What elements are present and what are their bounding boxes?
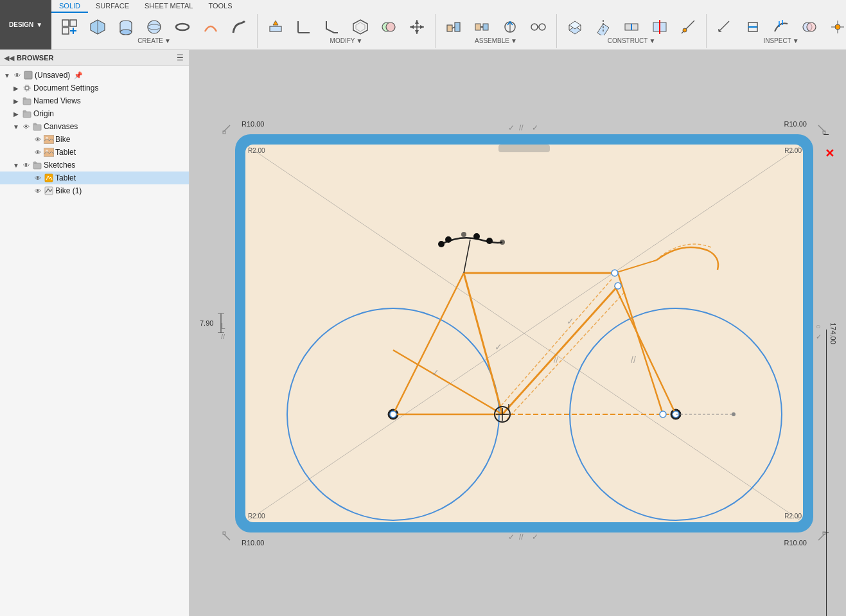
svg-text:✓: ✓ bbox=[432, 367, 439, 378]
tablet-sketch: I ✓ ✓ ✓ // // R10.00 bbox=[235, 134, 813, 532]
svg-line-95 bbox=[393, 273, 464, 414]
tab-tools[interactable]: TOOLS bbox=[200, 0, 240, 13]
svg-line-99 bbox=[506, 292, 624, 421]
svg-rect-81 bbox=[45, 187, 53, 195]
tab-solid[interactable]: SOLID bbox=[51, 0, 88, 13]
canvas-viewport[interactable]: ✕ bbox=[189, 50, 846, 616]
named-views-expand-arrow[interactable]: ▶ bbox=[12, 96, 21, 105]
svg-text:✓: ✓ bbox=[532, 123, 538, 132]
root-visibility-icon[interactable]: 👁 bbox=[13, 71, 22, 80]
svg-rect-69 bbox=[24, 71, 32, 79]
combine-button[interactable] bbox=[376, 17, 401, 37]
press-pull-button[interactable] bbox=[263, 17, 288, 37]
axis-button[interactable] bbox=[647, 17, 673, 37]
svg-rect-0 bbox=[62, 20, 69, 26]
browser-header: ◀◀ BROWSER ☰ bbox=[0, 50, 189, 66]
sphere-button[interactable] bbox=[141, 17, 167, 37]
dim-bottom-right-r10: R10.00 bbox=[784, 539, 807, 547]
cylinder-button[interactable] bbox=[113, 17, 139, 37]
construct-label[interactable]: CONSTRUCT ▼ bbox=[608, 37, 656, 46]
svg-point-49 bbox=[683, 28, 687, 32]
pipe-button[interactable] bbox=[226, 17, 252, 37]
point-button[interactable] bbox=[675, 17, 701, 37]
svg-point-70 bbox=[25, 86, 29, 90]
torus-button[interactable] bbox=[170, 17, 195, 37]
design-button[interactable]: DESIGN ▼ bbox=[0, 0, 51, 49]
interference-button[interactable] bbox=[797, 17, 822, 37]
canvas-tablet-image-icon bbox=[44, 147, 54, 157]
new-component-button[interactable] bbox=[57, 17, 82, 37]
coil-icon bbox=[202, 18, 220, 36]
canvases-expand-arrow[interactable]: ▼ bbox=[12, 122, 21, 131]
shell-button[interactable] bbox=[348, 17, 373, 37]
main-area: ◀◀ BROWSER ☰ ▼ 👁 (Unsaved) 📌 ▶ D bbox=[0, 50, 846, 616]
sketches-visibility-icon[interactable]: 👁 bbox=[22, 161, 31, 170]
midplane-button[interactable] bbox=[619, 17, 644, 37]
tree-item-named-views[interactable]: ▶ Named Views bbox=[0, 94, 189, 107]
measure-button[interactable] bbox=[712, 17, 737, 37]
tab-sheet-metal[interactable]: SHEET METAL bbox=[137, 0, 200, 13]
sketches-folder-icon bbox=[32, 160, 42, 170]
canvas-bike-visibility-icon[interactable]: 👁 bbox=[33, 135, 42, 144]
measure-icon bbox=[716, 18, 734, 36]
axis-icon bbox=[651, 18, 669, 36]
offset-plane-button[interactable] bbox=[562, 17, 588, 37]
joint-button[interactable] bbox=[441, 17, 466, 37]
move-button[interactable] bbox=[404, 17, 430, 37]
toolbar: SOLID SURFACE SHEET METAL TOOLS DESIGN ▼ bbox=[0, 0, 846, 50]
tree-item-doc-settings[interactable]: ▶ Document Settings bbox=[0, 82, 189, 94]
origin-expand-arrow[interactable]: ▶ bbox=[12, 109, 21, 118]
box-icon bbox=[89, 18, 107, 36]
section-modify: MODIFY ▼ bbox=[258, 14, 436, 48]
svg-rect-27 bbox=[447, 25, 452, 31]
svg-point-35 bbox=[531, 24, 538, 30]
root-expand-arrow[interactable]: ▼ bbox=[3, 71, 12, 80]
tree-item-root[interactable]: ▼ 👁 (Unsaved) 📌 bbox=[0, 69, 189, 82]
svg-point-101 bbox=[438, 241, 445, 247]
svg-rect-30 bbox=[475, 24, 480, 30]
svg-text:✓: ✓ bbox=[816, 332, 822, 340]
inspect-label[interactable]: INSPECT ▼ bbox=[763, 37, 798, 46]
modify-label[interactable]: MODIFY ▼ bbox=[330, 37, 363, 46]
canvas-tablet-visibility-icon[interactable]: 👁 bbox=[33, 148, 42, 157]
drive-joints-button[interactable] bbox=[497, 17, 523, 37]
chamfer-button[interactable] bbox=[319, 17, 345, 37]
tree-item-sketch-bike[interactable]: ▶ 👁 Bike (1) bbox=[0, 184, 189, 197]
browser-menu-icon[interactable]: ☰ bbox=[175, 53, 185, 63]
tree-item-origin[interactable]: ▶ Origin bbox=[0, 107, 189, 120]
center-of-mass-button[interactable] bbox=[825, 17, 846, 37]
tree-item-sketch-tablet[interactable]: ▶ 👁 Tablet bbox=[0, 172, 189, 184]
tree-item-canvas-bike[interactable]: ▶ 👁 Bike bbox=[0, 133, 189, 146]
fillet-button[interactable] bbox=[291, 17, 317, 37]
create-label[interactable]: CREATE ▼ bbox=[137, 37, 171, 46]
tree-item-canvases[interactable]: ▼ 👁 Canvases bbox=[0, 120, 189, 133]
svg-text://: // bbox=[519, 532, 524, 541]
tree-item-sketches[interactable]: ▼ 👁 Sketches bbox=[0, 159, 189, 172]
sketch-bike-visibility-icon[interactable]: 👁 bbox=[33, 186, 42, 195]
rigid-group-button[interactable] bbox=[469, 17, 495, 37]
svg-text:✓: ✓ bbox=[495, 342, 502, 352]
doc-settings-expand-arrow[interactable]: ▶ bbox=[12, 84, 21, 92]
svg-text://: // bbox=[554, 356, 558, 365]
svg-point-20 bbox=[386, 22, 395, 31]
assemble-label[interactable]: ASSEMBLE ▼ bbox=[475, 37, 517, 46]
midplane-icon bbox=[622, 18, 640, 36]
coil-button[interactable] bbox=[198, 17, 224, 37]
browser-collapse-icon[interactable]: ◀◀ bbox=[4, 54, 14, 62]
motion-link-button[interactable] bbox=[525, 17, 551, 37]
sketch-tablet-visibility-icon[interactable]: 👁 bbox=[33, 173, 42, 182]
svg-text://: // bbox=[519, 123, 524, 132]
modify-tools bbox=[263, 17, 430, 37]
sketches-label: Sketches bbox=[44, 161, 75, 170]
section-analysis-button[interactable] bbox=[740, 17, 766, 37]
sketches-expand-arrow[interactable]: ▼ bbox=[12, 161, 21, 170]
tab-surface[interactable]: SURFACE bbox=[88, 0, 137, 13]
named-views-folder-icon bbox=[22, 96, 32, 106]
svg-rect-79 bbox=[33, 163, 41, 169]
tree-item-canvas-tablet[interactable]: ▶ 👁 Tablet bbox=[0, 146, 189, 159]
canvases-visibility-icon[interactable]: 👁 bbox=[22, 122, 31, 131]
section-analysis-icon bbox=[744, 18, 762, 36]
curvature-button[interactable] bbox=[768, 17, 794, 37]
box-button[interactable] bbox=[85, 17, 110, 37]
plane-at-angle-button[interactable] bbox=[590, 17, 616, 37]
